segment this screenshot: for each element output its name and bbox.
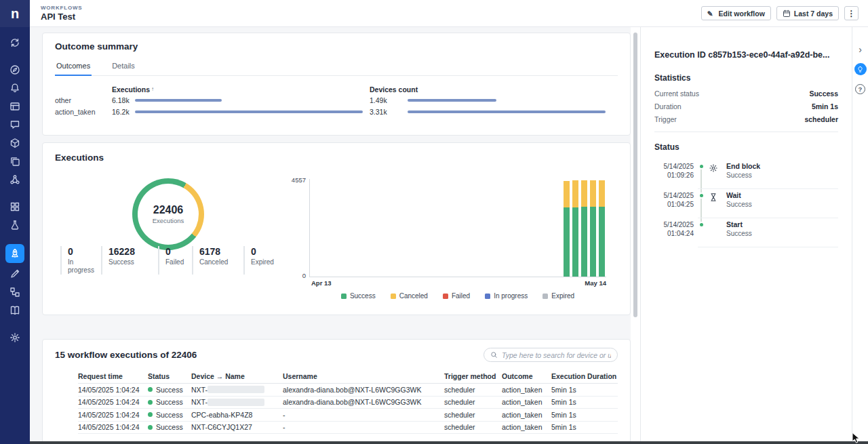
bar-may-12[interactable] bbox=[581, 180, 587, 277]
legend-in-progress[interactable]: In progress bbox=[485, 292, 528, 300]
table-row[interactable]: 14/05/2025 1:04:24SuccessNXT-alexandra-d… bbox=[78, 397, 618, 409]
bar-may-14[interactable] bbox=[599, 180, 605, 277]
search-input[interactable] bbox=[502, 351, 611, 359]
trigger-cell: scheduler bbox=[444, 386, 502, 394]
stat-canceled: 6178Canceled bbox=[192, 246, 243, 275]
gear-icon bbox=[709, 163, 719, 174]
kebab-menu-button[interactable]: ⋮ bbox=[844, 6, 859, 20]
sidebar-item-docs[interactable] bbox=[0, 301, 30, 319]
bottom-scrollbar[interactable] bbox=[30, 441, 868, 444]
assistant-icon[interactable] bbox=[854, 63, 867, 75]
grid-icon bbox=[9, 201, 20, 212]
table-row[interactable]: 14/05/2025 1:04:24SuccessNXT-C6CYJQ1X27-… bbox=[78, 422, 618, 435]
sidebar-item-library[interactable] bbox=[0, 152, 30, 170]
stat-value: 0 bbox=[251, 246, 291, 257]
success-dot-icon bbox=[148, 412, 153, 417]
bar-may-11[interactable] bbox=[572, 180, 578, 277]
column-header[interactable]: Username bbox=[283, 372, 444, 380]
nexthink-logo[interactable]: n bbox=[0, 0, 30, 27]
help-icon[interactable]: ? bbox=[855, 84, 865, 94]
sidebar-item-flows[interactable] bbox=[0, 283, 30, 301]
sidebar-item-feedback[interactable] bbox=[0, 115, 30, 134]
success-dot-icon bbox=[148, 400, 153, 405]
device-cell: NXT- bbox=[191, 398, 283, 406]
stat-value: 0 bbox=[165, 246, 192, 257]
column-header[interactable]: Trigger method bbox=[444, 372, 502, 380]
sync-icon bbox=[9, 37, 20, 48]
table-row[interactable]: 14/05/2025 1:04:24SuccessNXT-alexandra-d… bbox=[78, 384, 618, 397]
column-header[interactable]: Device → Name bbox=[191, 372, 283, 380]
package-icon bbox=[9, 138, 20, 148]
x-axis-start-label: Apr 13 bbox=[311, 279, 332, 287]
column-header[interactable]: Status bbox=[148, 372, 191, 380]
date-range-button[interactable]: Last 7 days bbox=[776, 6, 839, 20]
devices-value: 1.49k bbox=[370, 96, 408, 104]
bar-may-13[interactable] bbox=[590, 180, 596, 277]
panel-divider bbox=[654, 132, 838, 132]
tab-outcomes[interactable]: Outcomes bbox=[55, 58, 92, 76]
legend-label: Canceled bbox=[399, 292, 428, 300]
sidebar-item-sync[interactable] bbox=[0, 33, 30, 52]
sidebar-item-workflows[interactable] bbox=[0, 243, 30, 264]
status-cell: Success bbox=[148, 398, 191, 406]
sidebar-item-experience[interactable] bbox=[0, 216, 30, 234]
legend-swatch-icon bbox=[443, 294, 448, 299]
trigger-cell: scheduler bbox=[444, 398, 502, 406]
sidebar-item-integrations[interactable] bbox=[0, 170, 30, 188]
timeline-item-wait[interactable]: 5/14/202501:04:25WaitSuccess bbox=[654, 189, 838, 218]
sidebar-item-compass[interactable] bbox=[0, 60, 30, 79]
column-header[interactable]: Outcome bbox=[502, 372, 551, 380]
executions-column-header[interactable]: Executions↑ bbox=[112, 85, 370, 94]
timeline-step-status: Success bbox=[726, 201, 838, 208]
legend-label: Failed bbox=[452, 292, 470, 300]
legend-expired[interactable]: Expired bbox=[542, 292, 574, 300]
sidebar-item-package[interactable] bbox=[0, 134, 30, 152]
bar-may-10[interactable] bbox=[564, 181, 570, 277]
executions-donut-chart[interactable]: 22406 Executions bbox=[132, 178, 204, 250]
search-box[interactable] bbox=[484, 348, 618, 362]
device-cell: NXT- bbox=[191, 386, 283, 394]
stat-value: 16228 bbox=[108, 246, 158, 257]
legend-failed[interactable]: Failed bbox=[443, 292, 470, 300]
legend-success[interactable]: Success bbox=[341, 292, 376, 300]
docs-icon bbox=[9, 305, 20, 316]
collapse-panel-chevron-icon[interactable]: › bbox=[859, 45, 862, 54]
sidebar-item-grid[interactable] bbox=[0, 197, 30, 216]
header-actions: ✎ Edit workflow Last 7 days ⋮ bbox=[701, 6, 859, 20]
stat-label: Canceled bbox=[199, 258, 243, 266]
dashboard-icon bbox=[9, 101, 20, 112]
stat-value: 0 bbox=[68, 246, 101, 257]
devices-column-header[interactable]: Devices count bbox=[370, 85, 618, 94]
timeline-item-start[interactable]: 5/14/202501:04:24StartSuccess bbox=[654, 218, 838, 247]
duration-cell: 5min 1s bbox=[551, 386, 618, 394]
status-cell: Success bbox=[148, 423, 191, 431]
sidebar-item-design[interactable] bbox=[0, 264, 30, 283]
x-axis-end-label: May 14 bbox=[585, 279, 606, 287]
vertical-scrollbar[interactable] bbox=[631, 27, 640, 443]
tab-details[interactable]: Details bbox=[111, 58, 136, 75]
timeline-item-end-block[interactable]: 5/14/202501:09:26End blockSuccess bbox=[654, 160, 838, 189]
legend-swatch-icon bbox=[485, 294, 490, 299]
executions-bar-chart[interactable]: 4557 0 Apr 13 May 14 bbox=[309, 179, 606, 277]
column-header[interactable]: Execution Duration bbox=[551, 372, 618, 380]
sidebar-item-bell[interactable] bbox=[0, 79, 30, 97]
request-time-cell: 14/05/2025 1:04:24 bbox=[78, 411, 148, 419]
success-segment bbox=[581, 207, 587, 277]
scrollbar-thumb[interactable] bbox=[633, 33, 637, 317]
edit-workflow-button[interactable]: ✎ Edit workflow bbox=[701, 6, 771, 20]
trigger-cell: scheduler bbox=[444, 423, 502, 431]
main-column: WORKFLOWS API Test ✎ Edit workflow Last … bbox=[30, 0, 868, 444]
stat-failed: 0Failed bbox=[158, 246, 192, 275]
top-header: WORKFLOWS API Test ✎ Edit workflow Last … bbox=[30, 0, 868, 27]
legend-canceled[interactable]: Canceled bbox=[391, 292, 428, 300]
sidebar: n bbox=[0, 0, 30, 444]
column-header[interactable]: Request time bbox=[78, 372, 148, 380]
sidebar-item-dashboard[interactable] bbox=[0, 97, 30, 115]
table-row[interactable]: 14/05/2025 1:04:24SuccessCPC-eabha-KP4Z8… bbox=[78, 409, 618, 422]
success-segment bbox=[590, 207, 596, 277]
right-rail: › ? bbox=[852, 27, 868, 443]
sidebar-item-settings[interactable] bbox=[0, 328, 30, 346]
search-icon bbox=[490, 351, 498, 359]
settings-icon bbox=[9, 332, 20, 343]
devices-bar bbox=[408, 110, 618, 113]
